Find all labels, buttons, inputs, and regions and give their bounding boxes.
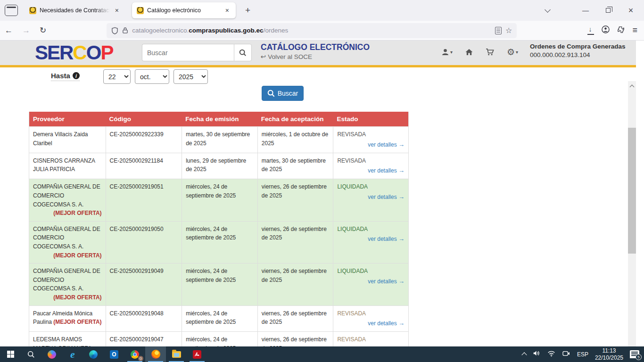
fecha-emision-cell: miércoles, 24 de septiembre de 2025 <box>182 222 257 263</box>
site-header: SERCOP CATÁLOGO ELECTRÓNICO ↩Volver al S… <box>0 41 636 65</box>
acrobat-icon[interactable] <box>187 346 207 362</box>
notification-center-icon[interactable]: 5 <box>630 350 639 358</box>
reload-button[interactable]: ↻ <box>35 24 51 37</box>
file-explorer-icon[interactable] <box>166 346 187 362</box>
page-title: CATÁLOGO ELECTRÓNICO <box>261 42 370 52</box>
internet-explorer-icon[interactable]: e <box>62 346 83 362</box>
address-bar[interactable]: catalogoelectronico.compraspublicas.gob.… <box>107 23 517 38</box>
lock-icon[interactable] <box>122 27 128 34</box>
site-favicon <box>29 7 36 14</box>
header-search-button[interactable] <box>234 44 252 61</box>
bookmark-star-icon[interactable]: ☆ <box>505 26 512 35</box>
clock[interactable]: 11:1322/10/2025 <box>595 347 623 362</box>
user-menu-icon[interactable]: ▾ <box>441 48 453 56</box>
page-scrollbar[interactable] <box>628 81 636 362</box>
list-all-tabs-icon[interactable] <box>539 3 555 17</box>
windows-taskbar: e O G ESP 11:1322/10/2025 5 <box>0 346 644 362</box>
notification-badge: 5 <box>636 354 642 360</box>
ver-detalles-link[interactable]: ver detalles → <box>337 166 405 175</box>
status-badge: LIQUIDADA <box>337 267 405 276</box>
orders-generated-info: Ordenes de Compra Generadas 000.000.002.… <box>530 43 631 58</box>
firefox-view-icon[interactable] <box>5 5 18 16</box>
fecha-aceptacion-cell: viernes, 26 de septiembre de 2025 <box>257 179 333 221</box>
volume-icon[interactable] <box>533 350 541 359</box>
fecha-emision-cell: lunes, 29 de septiembre de 2025 <box>182 153 257 179</box>
column-header: Estado <box>333 112 408 126</box>
fecha-aceptacion-cell: viernes, 26 de septiembre de 2025 <box>257 222 333 263</box>
header-search <box>142 44 252 61</box>
ver-detalles-link[interactable]: ver detalles → <box>337 319 405 328</box>
ver-detalles-link[interactable]: ver detalles → <box>337 192 405 202</box>
firefox-icon[interactable] <box>145 346 166 362</box>
ver-detalles-link[interactable]: ver detalles → <box>337 234 405 244</box>
table-row: COMPAÑIA GENERAL DE COMERCIO COGECOMSA S… <box>29 263 408 305</box>
reader-view-icon[interactable] <box>495 27 502 34</box>
sercop-logo[interactable]: SERCOP <box>35 41 113 64</box>
year-select[interactable]: 2025 <box>173 69 208 84</box>
fecha-aceptacion-cell: viernes, 26 de septiembre de 2025 <box>257 306 333 332</box>
chrome-icon[interactable]: G <box>124 346 145 362</box>
browser-tab-bar: Necesidades de Contratación y × Catálogo… <box>0 0 644 21</box>
volver-al-soce-link[interactable]: ↩Volver al SOCE <box>261 53 312 60</box>
browser-toolbar: ← → ↻ catalogoelectronico.compraspublica… <box>0 21 644 41</box>
account-icon[interactable] <box>602 25 610 35</box>
tab-close-icon[interactable]: × <box>113 6 121 15</box>
estado-cell: REVISADAver detalles → <box>333 127 408 153</box>
status-badge: LIQUIDADA <box>337 182 405 191</box>
tab-title: Necesidades de Contratación y <box>40 7 110 14</box>
wifi-icon[interactable] <box>547 350 555 359</box>
settings-gear-icon[interactable]: ⚙▾ <box>507 47 518 58</box>
orders-table-header: ProveedorCódigoFecha de emisiónFecha de … <box>29 112 408 126</box>
extensions-puzzle-icon[interactable] <box>617 26 625 35</box>
proveedor-cell: Demera Villacis Zaida Claribel <box>29 127 106 153</box>
scroll-up-arrow[interactable] <box>628 82 636 90</box>
column-header: Proveedor <box>29 112 106 126</box>
tab-catalogo-electronico[interactable]: Catálogo electrónico × <box>132 2 236 18</box>
header-accent-bar <box>0 65 636 67</box>
back-button[interactable]: ← <box>0 24 17 37</box>
tab-necesidades[interactable]: Necesidades de Contratación y × <box>25 2 125 18</box>
buscar-button[interactable]: Buscar <box>262 86 304 101</box>
info-icon[interactable]: i <box>73 72 80 79</box>
tab-close-icon[interactable]: × <box>223 6 231 15</box>
tab-title: Catálogo electrónico <box>147 7 220 14</box>
copilot-icon[interactable] <box>41 346 62 362</box>
column-header: Fecha de aceptación <box>257 112 333 126</box>
language-indicator[interactable]: ESP <box>577 351 588 358</box>
start-button[interactable] <box>0 346 21 362</box>
estado-cell: LIQUIDADAver detalles → <box>333 222 408 263</box>
header-search-input[interactable] <box>142 44 234 61</box>
table-row: CISNEROS CARRANZA JULIA PATRICIACE-20250… <box>29 153 408 179</box>
home-icon[interactable] <box>465 48 473 56</box>
shield-icon[interactable] <box>111 27 118 34</box>
mejor-oferta-tag: (MEJOR OFERTA) <box>53 251 101 260</box>
downloads-icon[interactable] <box>587 27 594 34</box>
estado-cell: REVISADAver detalles → <box>333 306 408 332</box>
status-badge: REVISADA <box>337 309 405 318</box>
edge-icon[interactable] <box>83 346 104 362</box>
proveedor-cell: COMPAÑIA GENERAL DE COMERCIO COGECOMSA S… <box>29 222 106 263</box>
day-select[interactable]: 22 <box>103 69 131 84</box>
fecha-emision-cell: miércoles, 24 de septiembre de 2025 <box>182 179 257 221</box>
meet-now-icon[interactable] <box>562 350 570 359</box>
window-close-button[interactable]: × <box>621 3 640 18</box>
taskbar-search-icon[interactable] <box>21 346 41 362</box>
orders-table: ProveedorCódigoFecha de emisiónFecha de … <box>29 112 409 362</box>
cart-icon[interactable] <box>486 48 495 56</box>
orders-table-body: Demera Villacis Zaida ClaribelCE-2025000… <box>29 126 408 362</box>
scrollbar-thumb[interactable] <box>628 128 636 254</box>
window-minimize-button[interactable]: — <box>576 3 595 18</box>
window-restore-button[interactable] <box>599 3 618 18</box>
page-viewport: SERCOP CATÁLOGO ELECTRÓNICO ↩Volver al S… <box>0 41 636 362</box>
new-tab-button[interactable]: + <box>241 5 254 16</box>
forward-button[interactable]: → <box>17 24 35 37</box>
ver-detalles-link[interactable]: ver detalles → <box>337 140 405 149</box>
ver-detalles-link[interactable]: ver detalles → <box>337 277 405 286</box>
outlook-icon[interactable]: O <box>104 346 124 362</box>
tray-expand-icon[interactable] <box>521 352 527 357</box>
codigo-cell: CE-20250002919048 <box>106 306 182 332</box>
menu-hamburger-icon[interactable]: ≡ <box>632 25 637 35</box>
mejor-oferta-tag: (MEJOR OFERTA) <box>53 209 101 218</box>
back-hand-icon: ↩ <box>261 53 266 60</box>
month-select[interactable]: oct. <box>135 69 169 84</box>
